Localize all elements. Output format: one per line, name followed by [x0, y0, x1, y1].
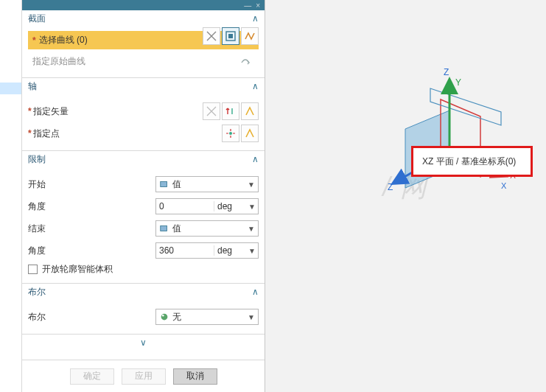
collapse-caret-icon: ∧ [252, 154, 259, 164]
svg-point-6 [162, 315, 164, 317]
collapse-caret-icon: ∧ [252, 81, 259, 91]
start-angle-input[interactable]: 0 deg ▼ [155, 198, 259, 214]
dropdown-value: 无 [172, 311, 181, 323]
svg-text:Z: Z [388, 182, 393, 192]
unit-label: deg [214, 245, 246, 256]
collapse-caret-icon: ∧ [252, 287, 259, 297]
panel-footer: 确定 应用 取消 [22, 360, 265, 392]
section-boolean: 布尔 ∧ 布尔 无 ▼ [22, 284, 265, 335]
viewport-3d[interactable]: / 网 Z Y X X Z XZ 平面 / 基准 [265, 0, 546, 392]
curve-tool-a-icon[interactable] [203, 27, 220, 45]
section-title: 布尔 [28, 286, 46, 298]
section-cross-section: 截面 ∧ * 选择曲线 (0) [22, 10, 265, 78]
panel-min-icon[interactable]: — [244, 1, 251, 10]
svg-point-5 [161, 314, 168, 321]
orig-curve-arrow-icon[interactable] [237, 52, 254, 70]
svg-rect-1 [228, 34, 233, 38]
vector-label: 指定矢量 [33, 105, 69, 118]
svg-rect-4 [161, 226, 167, 231]
orig-curve-label: 指定原始曲线 [32, 55, 85, 68]
open-profile-label: 开放轮廓智能体积 [42, 263, 113, 276]
ok-button[interactable]: 确定 [70, 368, 114, 385]
section-header-limit[interactable]: 限制 ∧ [22, 151, 265, 167]
end-label: 结束 [28, 223, 46, 235]
svg-text:Z: Z [444, 67, 449, 77]
svg-rect-3 [161, 182, 167, 187]
left-margin-strip [0, 0, 22, 392]
required-asterisk-icon: * [28, 128, 32, 139]
checkbox-icon[interactable] [28, 265, 38, 274]
plane-callout: XZ 平面 / 基准坐标系(0) [411, 146, 533, 177]
axes-gizmo: Z Y X X Z [354, 59, 523, 228]
apply-button[interactable]: 应用 [122, 368, 166, 385]
section-title: 轴 [28, 80, 37, 93]
vector-tool-b-icon[interactable] [222, 102, 239, 120]
input-value[interactable]: 0 [156, 201, 214, 211]
open-profile-checkbox-row[interactable]: 开放轮廓智能体积 [28, 263, 259, 276]
curve-tool-b-icon[interactable] [222, 27, 239, 45]
section-title: 限制 [28, 153, 46, 166]
vector-tool-a-icon[interactable] [203, 102, 220, 120]
collapse-caret-icon: ∧ [252, 13, 259, 24]
point-label: 指定点 [33, 127, 60, 140]
dropdown-value: 值 [172, 223, 181, 235]
bool-label: 布尔 [28, 311, 46, 323]
cancel-button[interactable]: 取消 [173, 368, 217, 385]
callout-text: XZ 平面 / 基准坐标系(0) [422, 155, 516, 168]
section-header-boolean[interactable]: 布尔 ∧ [22, 284, 265, 300]
vector-tool-c-icon[interactable] [241, 102, 259, 120]
section-more-caret[interactable]: ∨ [22, 335, 265, 351]
chevron-down-icon[interactable]: ▼ [246, 203, 258, 211]
unit-label: deg [214, 201, 246, 211]
chevron-down-icon: ▼ [248, 313, 255, 321]
chevron-down-icon: ▼ [248, 225, 255, 233]
angle-label: 角度 [28, 200, 46, 213]
svg-text:Y: Y [455, 77, 461, 88]
orig-curve-row: 指定原始曲线 [28, 49, 259, 73]
point-tool-a-icon[interactable] [222, 125, 239, 142]
panel-header: — × [22, 0, 265, 10]
boolean-dropdown[interactable]: 无 ▼ [155, 309, 259, 325]
svg-text:X: X [501, 181, 507, 190]
dropdown-value: 值 [172, 178, 181, 191]
start-label: 开始 [28, 178, 46, 191]
section-header-axis[interactable]: 轴 ∧ [22, 78, 265, 94]
section-limit: 限制 ∧ 开始 值 ▼ 角度 0 deg [22, 151, 265, 284]
end-angle-input[interactable]: 360 deg ▼ [155, 242, 259, 259]
required-asterisk-icon: * [28, 106, 32, 116]
chevron-down-icon[interactable]: ▼ [246, 247, 258, 255]
angle-label: 角度 [28, 245, 46, 257]
end-mode-dropdown[interactable]: 值 ▼ [155, 220, 259, 237]
section-axis: 轴 ∧ * 指定矢量 [22, 78, 265, 151]
expand-caret-icon: ∨ [140, 337, 147, 348]
point-tool-b-icon[interactable] [241, 125, 259, 142]
section-header-cross[interactable]: 截面 ∧ [22, 10, 265, 27]
curve-tool-c-icon[interactable] [241, 27, 259, 45]
start-mode-dropdown[interactable]: 值 ▼ [155, 176, 259, 192]
svg-point-2 [229, 132, 232, 135]
properties-panel: — × 截面 ∧ * 选择曲线 (0) [22, 0, 265, 392]
chevron-down-icon: ▼ [248, 181, 255, 189]
input-value[interactable]: 360 [156, 245, 214, 256]
section-title: 截面 [28, 13, 46, 25]
panel-close-icon[interactable]: × [256, 1, 260, 10]
